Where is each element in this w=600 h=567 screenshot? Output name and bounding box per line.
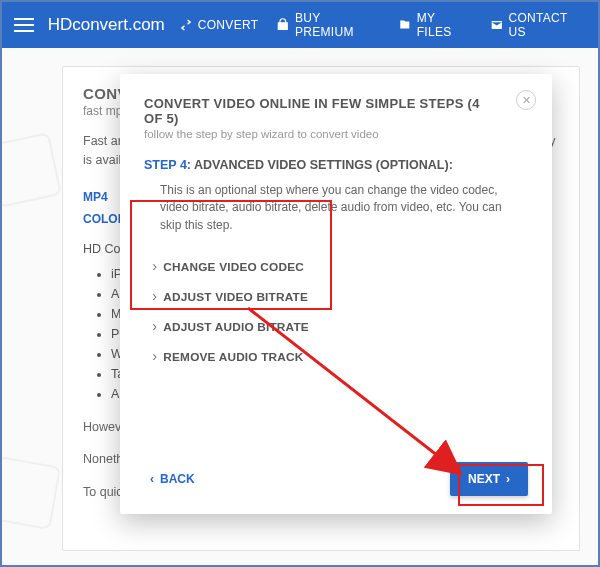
chevron-right-icon: › [152,259,157,275]
swap-icon [179,18,193,32]
option-adjust-video-bitrate[interactable]: › ADJUST VIDEO BITRATE [150,282,334,312]
nav-convert[interactable]: CONVERT [179,18,259,32]
nav-label: BUY PREMIUM [295,11,380,39]
modal-subtitle: follow the step by step wizard to conver… [144,128,528,140]
modal-description: This is an optional step where you can c… [160,182,522,234]
tab-mp4[interactable]: MP4 [83,190,108,204]
close-icon[interactable]: ✕ [516,90,536,110]
nav: CONVERT BUY PREMIUM MY FILES CONTACT US [179,11,586,39]
option-label: REMOVE AUDIO TRACK [163,350,303,364]
next-button[interactable]: NEXT › [450,462,528,496]
option-label: CHANGE VIDEO CODEC [163,260,304,274]
chevron-right-icon: › [152,319,157,335]
modal-title: CONVERT VIDEO ONLINE IN FEW SIMPLE STEPS… [144,96,528,126]
menu-icon[interactable] [14,18,34,32]
back-button[interactable]: ‹ BACK [144,464,201,494]
option-change-video-codec[interactable]: › CHANGE VIDEO CODEC [150,252,334,282]
back-label: BACK [160,472,195,486]
nav-contact[interactable]: CONTACT US [490,11,586,39]
modal-step-heading: STEP 4: ADVANCED VIDEO SETTINGS (OPTIONA… [144,158,528,172]
chevron-left-icon: ‹ [150,472,154,486]
files-icon [398,18,412,32]
topbar: HDconvert.com CONVERT BUY PREMIUM MY FIL… [2,2,598,48]
nav-label: CONVERT [198,18,259,32]
option-label: ADJUST AUDIO BITRATE [163,320,309,334]
nav-label: MY FILES [417,11,472,39]
option-adjust-audio-bitrate[interactable]: › ADJUST AUDIO BITRATE [150,312,334,342]
nav-premium[interactable]: BUY PREMIUM [276,11,380,39]
step-title: ADVANCED VIDEO SETTINGS (OPTIONAL): [194,158,453,172]
bag-icon [276,18,290,32]
modal-footer: ‹ BACK NEXT › [144,452,528,496]
nav-label: CONTACT US [508,11,586,39]
brand[interactable]: HDconvert.com [48,15,165,35]
chevron-right-icon: › [506,472,510,486]
wizard-modal: ✕ CONVERT VIDEO ONLINE IN FEW SIMPLE STE… [120,74,552,514]
step-number: STEP 4: [144,158,191,172]
option-label: ADJUST VIDEO BITRATE [163,290,308,304]
chevron-right-icon: › [152,289,157,305]
mail-icon [490,18,504,32]
option-remove-audio-track[interactable]: › REMOVE AUDIO TRACK [150,342,334,372]
nav-files[interactable]: MY FILES [398,11,472,39]
next-label: NEXT [468,472,500,486]
options-group: › CHANGE VIDEO CODEC › ADJUST VIDEO BITR… [146,248,340,378]
chevron-right-icon: › [152,349,157,365]
